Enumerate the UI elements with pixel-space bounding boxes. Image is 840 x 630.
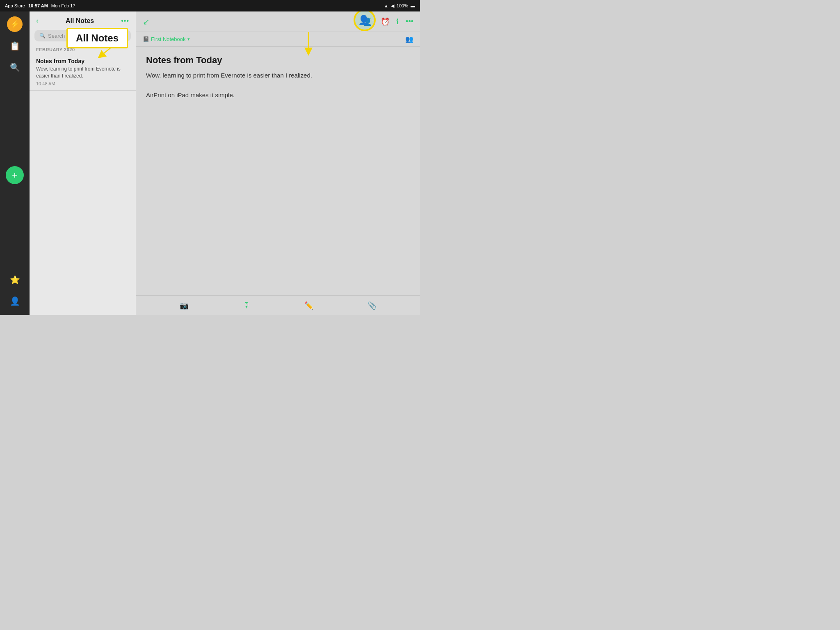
search-icon: 🔍 xyxy=(10,62,20,72)
sketch-button[interactable]: ✏️ xyxy=(304,301,313,310)
note-item-0[interactable]: Notes from Today Wow, learning to print … xyxy=(30,54,136,91)
sidebar: ⚡ 📋 🔍 + ⭐ 👤 xyxy=(0,11,30,315)
signal-icon: ◀ xyxy=(391,3,394,9)
notes-list-title: All Notes xyxy=(66,17,94,25)
app-store-label: App Store xyxy=(5,3,25,8)
status-bar-right: ▲ ◀ 100% ▬ xyxy=(384,3,415,9)
star-icon: ⭐ xyxy=(10,275,20,285)
notes-list-more-button[interactable]: ••• xyxy=(121,17,129,25)
wifi-icon: ▲ xyxy=(384,3,388,8)
notebook-label: First Notebook xyxy=(151,36,186,42)
status-date: Mon Feb 17 xyxy=(51,3,75,8)
tag-filter-icon[interactable]: 🏷 xyxy=(112,32,117,39)
status-bar-left: App Store 10:57 AM Mon Feb 17 xyxy=(5,3,75,8)
battery-label: 100% xyxy=(397,3,408,8)
reminder-icon[interactable]: ⏰ xyxy=(381,17,390,26)
note-content-title: Notes from Today xyxy=(146,55,410,66)
sidebar-item-notes[interactable]: 📋 xyxy=(6,37,24,55)
app-container: ⚡ 📋 🔍 + ⭐ 👤 ‹ All Notes ••• 🔍 Search in … xyxy=(0,11,420,315)
avatar[interactable]: ⚡ xyxy=(7,16,23,32)
notes-icon: 📋 xyxy=(10,41,20,51)
add-icon: + xyxy=(12,169,18,181)
search-placeholder: Search in All Notes xyxy=(48,33,93,39)
camera-button[interactable]: 📷 xyxy=(180,301,189,310)
sidebar-item-shortcuts[interactable]: ⭐ xyxy=(6,271,24,289)
note-item-preview-0: Wow, learning to print from Evernote is … xyxy=(36,66,129,80)
share-icon[interactable]: 👥 xyxy=(405,35,413,43)
notebook-chevron-icon: ▾ xyxy=(187,37,190,42)
info-icon[interactable]: ℹ xyxy=(396,17,399,26)
header-left: ↙ xyxy=(143,17,150,27)
sidebar-item-shared[interactable]: 👤 xyxy=(6,292,24,310)
add-user-button[interactable]: 👤+ xyxy=(363,17,374,26)
person-icon: 👤 xyxy=(10,296,20,306)
note-content: Notes from Today Wow, learning to print … xyxy=(136,47,420,295)
notebook-icon: 📓 xyxy=(143,36,149,42)
status-time: 10:57 AM xyxy=(28,3,48,8)
section-header-february: FEBRUARY 2020 xyxy=(30,45,136,54)
new-note-button[interactable]: + xyxy=(6,166,24,184)
back-button[interactable]: ‹ xyxy=(36,16,39,25)
notes-list-header: ‹ All Notes ••• xyxy=(30,11,136,28)
check-filter-icon[interactable]: ☑ xyxy=(121,32,126,39)
search-icon-small: 🔍 xyxy=(39,33,46,39)
header-right: 👤+ ⏰ ℹ ••• xyxy=(363,17,413,26)
battery-icon: ▬ xyxy=(411,3,415,8)
search-actions: 🏷 ☑ xyxy=(112,32,126,39)
more-options-button[interactable]: ••• xyxy=(406,17,413,26)
notes-list-panel: ‹ All Notes ••• 🔍 Search in All Notes 🏷 … xyxy=(30,11,136,315)
note-content-body: Wow, learning to print from Evernote is … xyxy=(146,71,410,100)
note-detail-header: ↙ 👤+ ⏰ ℹ ••• xyxy=(136,11,420,32)
note-body-paragraph-1: Wow, learning to print from Evernote is … xyxy=(146,71,410,80)
note-detail-panel: ↙ 👤+ ⏰ ℹ ••• 📓 First Notebook ▾ 👥 Notes … xyxy=(136,11,420,315)
pen-tool-icon[interactable]: ↙ xyxy=(143,17,150,27)
note-item-time-0: 10:48 AM xyxy=(36,81,129,86)
attach-button[interactable]: 📎 xyxy=(368,301,377,310)
microphone-button[interactable]: 🎙 xyxy=(243,301,250,310)
notebook-bar: 📓 First Notebook ▾ 👥 xyxy=(136,32,420,47)
note-detail-footer: 📷 🎙 ✏️ 📎 xyxy=(136,295,420,315)
notebook-name[interactable]: 📓 First Notebook ▾ xyxy=(143,36,190,42)
note-body-paragraph-2: AirPrint on iPad makes it simple. xyxy=(146,90,410,100)
search-bar[interactable]: 🔍 Search in All Notes 🏷 ☑ xyxy=(34,30,131,41)
sidebar-item-search[interactable]: 🔍 xyxy=(6,58,24,76)
status-bar: App Store 10:57 AM Mon Feb 17 ▲ ◀ 100% ▬ xyxy=(0,0,420,11)
note-item-title-0: Notes from Today xyxy=(36,58,129,64)
